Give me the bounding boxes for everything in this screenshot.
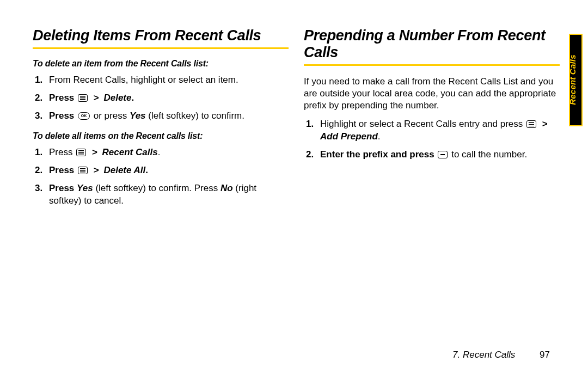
step: Press > Delete All.	[46, 164, 289, 177]
command-text: Recent Calls	[102, 147, 158, 157]
softkey-yes: Yes	[77, 183, 93, 193]
gt-symbol: >	[542, 119, 548, 129]
step: Press or press Yes (left softkey) to con…	[46, 110, 289, 122]
step-text: Press	[49, 165, 77, 175]
step-text: (left softkey) to confirm.	[148, 111, 244, 121]
step: Enter the prefix and press to call the n…	[317, 149, 560, 161]
step: Press > Delete.	[46, 92, 289, 105]
intro-delete-item: To delete an item from the Recent Calls …	[33, 59, 289, 69]
page-footer: 7. Recent Calls 97	[452, 350, 550, 360]
gt-symbol: >	[94, 165, 99, 175]
intro-paragraph: If you need to make a call from the Rece…	[304, 76, 560, 112]
right-column: Prepending a Number From Recent Calls If…	[304, 27, 560, 213]
step-text: Press	[49, 93, 77, 103]
menu-key-icon	[78, 167, 88, 174]
menu-key-icon	[526, 120, 536, 128]
step-text: Press	[49, 147, 75, 157]
softkey-yes: Yes	[130, 111, 146, 121]
softkey-no: No	[220, 183, 233, 193]
section-tab: Recent Calls	[569, 34, 583, 126]
call-key-icon	[438, 151, 448, 158]
punct: .	[158, 147, 161, 157]
heading-underline	[33, 47, 289, 49]
step-text: or press	[94, 111, 130, 121]
step-text: Press	[49, 183, 77, 193]
gt-symbol: >	[92, 147, 97, 157]
manual-page: Recent Calls Deleting Items From Recent …	[0, 0, 588, 392]
menu-key-icon	[76, 149, 86, 156]
chapter-label: 7. Recent Calls	[452, 350, 515, 360]
page-number: 97	[540, 350, 550, 360]
heading-deleting: Deleting Items From Recent Calls	[33, 27, 289, 44]
section-tab-label: Recent Calls	[568, 54, 577, 105]
menu-key-icon	[78, 94, 88, 102]
steps-delete-all: Press > Recent Calls. Press > Delete All…	[33, 146, 289, 207]
heading-underline	[304, 64, 560, 66]
step-text: Highlight or select a Recent Calls entry…	[320, 119, 525, 129]
punct: .	[378, 131, 381, 142]
command-text: Add Prepend	[320, 131, 378, 142]
steps-delete-item: From Recent Calls, highlight or select a…	[33, 74, 289, 122]
command-text: Delete	[103, 93, 131, 103]
left-column: Deleting Items From Recent Calls To dele…	[33, 27, 289, 213]
step: Highlight or select a Recent Calls entry…	[317, 118, 560, 143]
step-text: (left softkey) to confirm. Press	[93, 183, 220, 193]
step-text: Press	[49, 111, 77, 121]
step: From Recent Calls, highlight or select a…	[46, 74, 289, 87]
two-column-layout: Deleting Items From Recent Calls To dele…	[0, 0, 588, 213]
step: Press Yes (left softkey) to confirm. Pre…	[46, 182, 289, 207]
steps-prepend: Highlight or select a Recent Calls entry…	[304, 118, 560, 161]
command-text: Delete All	[103, 165, 145, 175]
punct: .	[131, 93, 134, 103]
step: Press > Recent Calls.	[46, 146, 289, 159]
ok-key-icon	[78, 112, 90, 120]
intro-delete-all: To delete all items on the Recent calls …	[33, 131, 289, 141]
step-text: From Recent Calls, highlight or select a…	[49, 75, 238, 85]
step-text: to call the number.	[451, 149, 527, 160]
punct: .	[145, 165, 148, 175]
step-text: Enter the prefix and press	[320, 149, 437, 160]
gt-symbol: >	[94, 93, 99, 103]
heading-prepending: Prepending a Number From Recent Calls	[304, 27, 560, 61]
